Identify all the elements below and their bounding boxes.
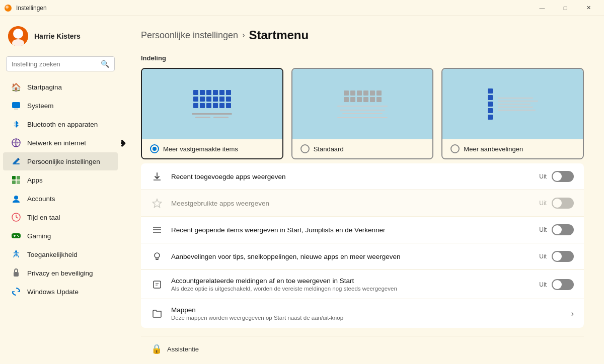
setting-row-recent-items: Recent geopende items weergeven in Start… [141,217,584,243]
radio-row-more-pinned[interactable]: Meer vastgemaakte items [142,139,282,158]
toggle-recent-items[interactable] [552,224,574,235]
setting-right-recent-apps: Uit [539,171,574,182]
main-layout: Harrie Kisters 🔍 🏠 Startpagina Systeem [0,16,604,364]
sidebar-item-time[interactable]: Tijd en taal [3,208,118,226]
sidebar-item-accounts[interactable]: Accounts [3,190,118,208]
radio-standard[interactable] [300,144,310,153]
setting-row-account-notifications: Accountgerelateerde meldingen af en toe … [141,270,584,299]
setting-title-recommendations: Aanbevelingen voor tips, snelkoppelingen… [171,253,531,260]
sidebar-item-system[interactable]: Systeem [3,97,118,115]
svg-point-25 [15,250,17,252]
maximize-button[interactable]: □ [554,0,577,16]
star-icon [151,197,163,209]
sidebar-item-apps[interactable]: Apps [3,171,118,189]
layout-label-standard: Standaard [314,145,344,153]
assistentie-icon: 🔒 [151,343,162,354]
svg-rect-15 [17,180,20,184]
setting-right-recommendations: Uit [539,251,574,262]
toggle-label-recent-items: Uit [539,226,547,233]
setting-row-folders[interactable]: Mappen Deze mappen worden weergegeven op… [141,299,584,328]
breadcrumb-current: Startmenu [249,28,309,42]
sidebar-item-privacy[interactable]: Privacy en beveiliging [3,264,118,282]
svg-point-3 [14,30,22,38]
radio-row-more-recommended[interactable]: Meer aanbevelingen [442,139,583,158]
setting-text-recommendations: Aanbevelingen voor tips, snelkoppelingen… [171,253,531,260]
user-section: Harrie Kisters [0,20,121,52]
sidebar-item-label: Systeem [27,102,54,110]
privacy-icon [11,268,21,278]
sidebar-item-network[interactable]: Netwerk en internet [3,134,118,152]
setting-right-account-notifications: Uit [539,279,574,290]
layout-card-more-pinned[interactable]: Meer vastgemaakte items [141,68,283,159]
radio-more-pinned[interactable] [150,144,159,153]
radio-row-standard[interactable]: Standaard [292,139,433,158]
sidebar-item-home[interactable]: 🏠 Startpagina [3,78,118,96]
lightbulb-icon [151,250,163,262]
svg-rect-34 [154,281,161,288]
setting-desc-folders: Deze mappen worden weergegeven op Start … [171,315,563,321]
svg-rect-6 [14,109,18,110]
toggle-recommendations[interactable] [552,251,574,262]
layout-label-more-recommended: Meer aanbevelingen [464,145,523,153]
layout-label-more-pinned: Meer vastgemaakte items [163,145,238,153]
svg-marker-28 [153,199,162,208]
toggle-most-used[interactable] [552,198,574,209]
breadcrumb-separator: › [242,31,245,40]
svg-rect-14 [12,180,16,184]
avatar [8,26,28,46]
sidebar-item-gaming[interactable]: Gaming [3,227,118,245]
breadcrumb-parent[interactable]: Persoonlijke instellingen [141,30,238,41]
svg-point-32 [155,253,160,258]
setting-row-most-used: Meestgebruikte apps weergeven Uit [141,190,584,217]
svg-marker-8 [14,121,16,128]
svg-point-16 [14,196,18,200]
svg-line-19 [16,217,18,218]
update-icon [11,287,21,297]
toggle-account-notifications[interactable] [552,279,574,290]
setting-row-recent-apps: Recent toegevoegde apps weergeven Uit [141,163,584,190]
svg-rect-11 [13,163,20,164]
setting-text-most-used: Meestgebruikte apps weergeven [171,200,531,207]
radio-more-recommended[interactable] [450,144,460,153]
breadcrumb: Persoonlijke instellingen › Startmenu [141,28,584,42]
sidebar: Harrie Kisters 🔍 🏠 Startpagina Systeem [0,16,121,364]
sidebar-item-accessibility[interactable]: Toegankelijkheid [3,245,118,263]
setting-row-recommendations: Aanbevelingen voor tips, snelkoppelingen… [141,243,584,270]
accessibility-icon [11,249,21,259]
sidebar-item-label: Windows Update [27,288,79,296]
sidebar-item-personal[interactable]: Persoonlijke instellingen [3,152,118,170]
close-button[interactable]: ✕ [577,0,600,16]
titlebar-controls: — □ ✕ [531,0,600,16]
svg-rect-12 [12,176,16,179]
sidebar-item-bluetooth[interactable]: Bluetooth en apparaten [3,115,118,133]
chevron-right-icon: › [571,309,574,318]
svg-rect-13 [17,176,20,179]
sidebar-item-label: Gaming [27,232,51,240]
setting-text-folders: Mappen Deze mappen worden weergegeven op… [171,306,563,321]
sidebar-item-label: Startpagina [27,83,62,91]
toggle-label-account-notifications: Uit [539,281,547,288]
settings-section: Recent toegevoegde apps weergeven Uit Me… [141,163,584,328]
assistentie-link[interactable]: Assistentie [167,345,199,353]
setting-title-recent-items: Recent geopende items weergeven in Start… [171,226,531,234]
toggle-recent-apps[interactable] [552,171,574,182]
minimize-button[interactable]: — [531,0,554,16]
gaming-icon [11,231,21,241]
svg-marker-7 [16,121,19,128]
search-icon: 🔍 [101,60,109,68]
apps-icon [11,175,21,185]
search-box[interactable]: 🔍 [6,56,115,71]
list-icon [151,224,163,236]
search-input[interactable] [12,60,97,68]
toggle-label-most-used: Uit [539,200,547,207]
layout-card-standard[interactable]: Standaard [291,68,434,159]
svg-point-24 [18,236,19,237]
notification-icon [151,279,163,291]
sidebar-item-update[interactable]: Windows Update [3,283,118,301]
sidebar-item-label: Tijd en taal [27,214,60,221]
footer: 🔒 Assistentie [141,336,584,361]
layout-card-more-recommended[interactable]: Meer aanbevelingen [441,68,584,159]
selection-arrow: ➜ [121,136,126,150]
time-icon [11,212,21,222]
accounts-icon [11,194,21,204]
